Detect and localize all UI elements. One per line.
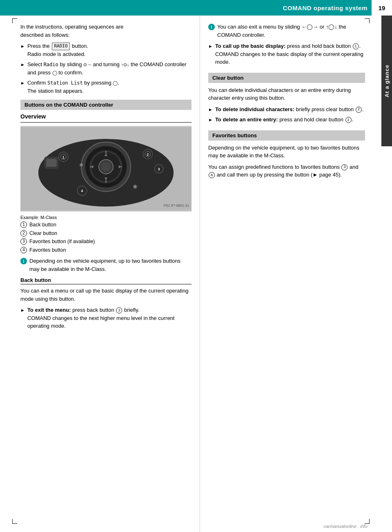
legend-num-3: 3 [20, 238, 27, 245]
circ-2-del-ind: 2 [356, 107, 362, 113]
legend-label-3: Favorites button (if available) [29, 238, 95, 246]
overview-info-text: Depending on the vehicle equipment, up t… [29, 257, 192, 273]
bullet-arrow-delete-ind: ► [208, 106, 213, 113]
svg-text:✱: ✱ [133, 184, 138, 190]
circ-1-exit: 1 [116, 307, 122, 313]
favorites-description-2: You can assign predefined functions to f… [208, 163, 365, 179]
bullet-radio: ► Press the RADIO button. Radio mode is … [20, 42, 192, 58]
svg-text:P82 87-6851-31: P82 87-6851-31 [164, 203, 189, 208]
bullet-content-1: Press the RADIO button. Radio mode is ac… [27, 42, 192, 58]
watermark: carmanualonline . info [323, 524, 368, 529]
legend-label-1: Back button [29, 221, 56, 229]
bullet-content-3: Confirm Station List by pressing ◯. The … [27, 79, 192, 95]
svg-text:✱: ✱ [79, 162, 83, 168]
delete-individual-label: To delete individual characters: [215, 106, 294, 112]
svg-point-7 [101, 162, 111, 172]
right-info-note: i You can also exit a menu by sliding ←◯… [208, 23, 365, 39]
bullet-arrow-2: ► [20, 61, 25, 68]
section-header-buttons: Buttons on the COMAND controller [20, 100, 192, 110]
legend-num-2: 2 [20, 230, 27, 237]
bullet-content-exit: To exit the menu: press back button 1 br… [27, 306, 192, 330]
clear-button-description: You can delete individual characters or … [208, 86, 365, 102]
bullet-arrow-basic: ► [208, 43, 213, 50]
bullet-arrow-3: ► [20, 80, 25, 87]
favorites-and-text: and [350, 164, 359, 170]
svg-text:1: 1 [62, 155, 65, 159]
bullet-delete-individual: ► To delete individual characters: brief… [208, 105, 365, 114]
svg-rect-13 [46, 159, 56, 167]
header-bar: COMAND operating system 19 [0, 0, 392, 16]
to-exit-label: To exit the menu: [27, 307, 71, 313]
right-column: i You can also exit a menu by sliding ←◯… [200, 16, 381, 532]
clear-button-section-header: Clear button [208, 73, 365, 83]
favorites-end-text: and call them up by pressing the button … [217, 172, 342, 178]
bullet-select: ► Select Radio by sliding ⊙→ and turning… [20, 60, 192, 76]
intro-text: In the instructions, operating sequences… [20, 23, 192, 39]
bullet-arrow-exit: ► [20, 307, 25, 314]
svg-text:3: 3 [158, 167, 160, 171]
bullet-content-2: Select Radio by sliding ⊙→ and turning ↑… [27, 60, 192, 76]
bullet-exit-menu: ► To exit the menu: press back button 1 … [20, 306, 192, 330]
info-icon-right: i [208, 24, 215, 30]
legend-label-2: Clear button [29, 230, 57, 237]
mono-radio: Radio [44, 62, 58, 67]
delete-entire-label: To delete an entire entry: [215, 116, 278, 123]
legend: 1 Back button 2 Clear button 3 Favorites… [20, 221, 192, 254]
bullet-arrow-1: ► [20, 43, 25, 50]
content-wrapper: In the instructions, operating sequences… [0, 16, 392, 532]
legend-item-4: 4 Favorites button [20, 247, 192, 254]
legend-item-1: 1 Back button [20, 221, 192, 229]
circ-4-fav: 4 [209, 172, 215, 178]
bullet-content-delete-ind: To delete individual characters: briefly… [215, 105, 365, 114]
bullet-content-basic: To call up the basic display: press and … [215, 42, 365, 66]
controller-image: 1 2 3 4 ✱ ✱ P82 8 [20, 126, 192, 212]
overview-info-note: i Depending on the vehicle equipment, up… [20, 257, 192, 273]
basic-display-label: To call up the basic display: [215, 43, 285, 49]
circ-3-fav: 3 [341, 164, 347, 170]
legend-num-4: 4 [20, 247, 27, 253]
overview-divider [20, 122, 192, 123]
bullet-basic-display: ► To call up the basic display: press an… [208, 42, 365, 66]
bullet-arrow-delete-all: ► [208, 116, 213, 123]
legend-item-3: 3 Favorites button (if available) [20, 238, 192, 246]
page-number: 19 [372, 0, 392, 16]
controller-svg: 1 2 3 4 ✱ ✱ P82 8 [20, 126, 192, 212]
overview-title: Overview [20, 113, 192, 120]
back-button-title: Back button [20, 277, 192, 284]
favorites-description-1: Depending on the vehicle equipment, up t… [208, 144, 365, 160]
back-button-description: You can exit a menu or call up the basic… [20, 287, 192, 303]
favorites-section-header: Favorites buttons [208, 130, 365, 141]
legend-label-4: Favorites button [29, 247, 66, 254]
favorites-assign-text: You can assign predefined functions to f… [208, 164, 340, 170]
circ-2-del-all: 2 [345, 117, 352, 123]
left-column: In the instructions, operating sequences… [0, 16, 200, 532]
svg-text:2: 2 [147, 152, 149, 156]
legend-item-2: 2 Clear button [20, 230, 192, 237]
image-caption: Example: M-Class [20, 215, 192, 220]
bullet-confirm: ► Confirm Station List by pressing ◯. Th… [20, 79, 192, 95]
mono-station-list: Station List [47, 80, 83, 86]
legend-num-1: 1 [20, 221, 27, 228]
info-icon-overview: i [20, 258, 27, 264]
circ-1-basic: 1 [353, 43, 359, 49]
radio-button-label: RADIO [52, 42, 69, 50]
right-info-text: You can also exit a menu by sliding ←◯→ … [217, 23, 365, 39]
svg-text:4: 4 [81, 189, 83, 193]
header-title: COMAND operating system [283, 4, 368, 11]
bullet-delete-entire: ► To delete an entire entry: press and h… [208, 116, 365, 124]
bullet-content-delete-all: To delete an entire entry: press and hol… [215, 116, 365, 124]
